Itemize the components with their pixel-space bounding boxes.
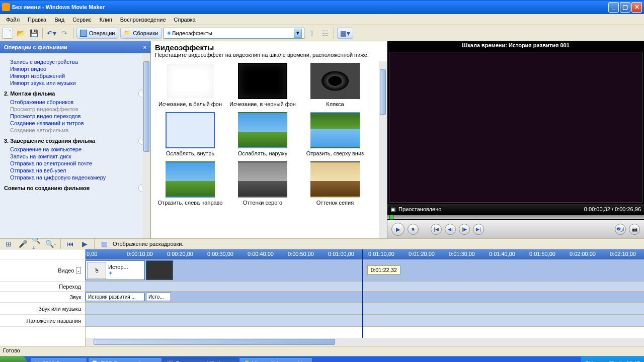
- video-track[interactable]: 🖱 Истор...✦ 0:01:22,32: [86, 259, 644, 282]
- zoom-in-icon[interactable]: 🔍+: [31, 238, 42, 249]
- taskbar-item[interactable]: 🔑Microsoft Access - Уч...: [239, 357, 312, 362]
- playhead[interactable]: [362, 249, 363, 346]
- music-track[interactable]: [86, 303, 644, 315]
- open-button[interactable]: 📂: [15, 28, 26, 39]
- transition-track[interactable]: [86, 282, 644, 292]
- task-save-cd[interactable]: Запись на компакт-диск: [2, 153, 148, 160]
- next-button[interactable]: ▶|: [473, 224, 484, 235]
- menu-play[interactable]: Воспроизведение: [117, 16, 169, 24]
- menu-tools[interactable]: Сервис: [69, 16, 95, 24]
- menu-edit[interactable]: Правка: [25, 16, 49, 24]
- taskbar-item[interactable]: 📄ПЭР Рычкова.docx - ...: [88, 357, 162, 362]
- storyboard-icon[interactable]: ▦: [99, 238, 110, 249]
- video-clip[interactable]: 🖱 Истор...✦: [86, 260, 145, 280]
- menu-file[interactable]: Файл: [3, 16, 23, 24]
- prev-button[interactable]: |◀: [431, 224, 442, 235]
- timeline: Видео - Переход Звук Звук или музыка Нал…: [0, 249, 644, 346]
- collections-button[interactable]: 📁Сборники: [120, 28, 162, 39]
- task-capture[interactable]: Запись с видеоустройства: [2, 58, 148, 65]
- menu-view[interactable]: Вид: [51, 16, 67, 24]
- task-h4[interactable]: Советы по созданию фильмовˇ: [2, 183, 148, 193]
- scrollbar[interactable]: [379, 61, 387, 238]
- play-timeline-icon[interactable]: ▶: [79, 238, 90, 249]
- task-save-pc[interactable]: Сохранение на компьютере: [2, 146, 148, 153]
- effect-item-selected[interactable]: Ослаблять, внутрь: [155, 112, 225, 156]
- task-send-email[interactable]: Отправка по электронной почте: [2, 160, 148, 167]
- close-icon[interactable]: ×: [143, 44, 146, 50]
- film-icon: ▣: [390, 206, 395, 213]
- save-button[interactable]: 💾: [28, 28, 39, 39]
- split-button[interactable]: �ار: [615, 224, 626, 235]
- snapshot-button[interactable]: 📷: [629, 224, 640, 235]
- task-show-collections[interactable]: Отображение сборников: [2, 99, 148, 106]
- task-send-dv[interactable]: Отправка на цифровую видеокамеру: [2, 174, 148, 181]
- effect-item[interactable]: Клякса: [300, 63, 370, 107]
- h-scrollbar[interactable]: [86, 338, 644, 346]
- task-h3[interactable]: 3. Завершение создания фильмаˆ: [2, 136, 148, 146]
- scrollbar[interactable]: [142, 53, 150, 238]
- redo-button[interactable]: ↷: [59, 28, 70, 39]
- effect-item[interactable]: Оттенки серого: [227, 161, 298, 206]
- maximize-button[interactable]: ▢: [620, 2, 630, 13]
- narrate-icon[interactable]: 🎤: [17, 238, 28, 249]
- zoom-out-icon[interactable]: 🔍-: [45, 238, 56, 249]
- title-track[interactable]: [86, 315, 644, 327]
- start-button[interactable]: пуск: [0, 356, 27, 362]
- stop-button[interactable]: ■: [408, 224, 419, 235]
- up-button[interactable]: ⇧: [306, 28, 317, 39]
- system-tray[interactable]: RU ‹ ⚙ 🛡 🖥 13:47: [581, 356, 644, 362]
- titlebar: Без имени - Windows Movie Maker _ ▢ ✕: [0, 0, 644, 14]
- task-view-transitions[interactable]: Просмотр видео переходов: [2, 113, 148, 120]
- effects-combo[interactable]: ✦ Видеоэффекты ▾: [164, 28, 304, 39]
- effect-item[interactable]: Отразить, слева направо: [155, 161, 225, 206]
- taskbar-item-active[interactable]: 🎬Без имени - Windows...: [163, 357, 238, 362]
- track-audio-label: Звук: [69, 294, 81, 300]
- center-subtitle: Перетащите видеоэффект на видеоклип на ш…: [151, 52, 387, 61]
- timeline-icon[interactable]: ⊞: [3, 238, 14, 249]
- seek-bar[interactable]: [387, 215, 644, 219]
- taskbar-item[interactable]: 📁2012 Гаврилова: [30, 357, 88, 362]
- preview-video: [389, 52, 642, 203]
- operations-button[interactable]: Операции: [76, 28, 118, 39]
- task-send-web[interactable]: Отправка на веб-узел: [2, 167, 148, 174]
- frame-fwd-button[interactable]: |▶: [459, 224, 470, 235]
- audio-track[interactable]: История развития ... Исто...: [86, 292, 644, 303]
- task-import-video[interactable]: Импорт видео: [2, 65, 148, 72]
- menubar: Файл Правка Вид Сервис Клип Воспроизведе…: [0, 14, 644, 25]
- audio-clip[interactable]: Исто...: [146, 293, 171, 301]
- frame-back-button[interactable]: ◀|: [445, 224, 456, 235]
- task-view-effects[interactable]: Просмотр видеоэффектов: [2, 106, 148, 113]
- undo-button[interactable]: ↶▾: [46, 28, 57, 39]
- view-button[interactable]: ▦▾: [337, 28, 353, 39]
- close-button[interactable]: ✕: [631, 2, 642, 13]
- task-import-audio[interactable]: Импорт звука или музыки: [2, 79, 148, 86]
- collapse-icon[interactable]: -: [76, 267, 81, 274]
- play-button[interactable]: ▶: [391, 223, 405, 236]
- time-ruler[interactable]: 0,00 0:00:10,00 0:00:20,00 0:00:30,00 0:…: [86, 249, 644, 259]
- effect-item[interactable]: Исчезание, в черный фон: [227, 63, 298, 107]
- tray-icon[interactable]: ⚙: [601, 360, 606, 363]
- task-titles[interactable]: Создание названий и титров: [2, 120, 148, 127]
- chevron-down-icon[interactable]: ▾: [294, 29, 302, 38]
- seek-thumb[interactable]: [389, 215, 393, 220]
- audio-clip[interactable]: История развития ...: [86, 293, 145, 301]
- star-icon: ✦: [166, 29, 172, 37]
- task-automovie[interactable]: Создание автофильма: [2, 127, 148, 134]
- effect-item[interactable]: Отразить, сверху вниз: [300, 112, 370, 156]
- menu-clip[interactable]: Клип: [97, 16, 115, 24]
- props-button[interactable]: ☷: [319, 28, 331, 39]
- tasks-header: Операции с фильмами×: [0, 41, 150, 53]
- track-transition-label: Переход: [59, 284, 81, 290]
- effect-item[interactable]: Ослаблять, наружу: [227, 112, 298, 156]
- video-clip[interactable]: [146, 260, 173, 280]
- storyboard-toggle[interactable]: Отображение раскадровки.: [113, 241, 183, 247]
- new-button[interactable]: 📄: [2, 28, 13, 39]
- center-title: Видеоэффекты: [151, 41, 387, 52]
- rewind-icon[interactable]: ⏮: [65, 238, 76, 249]
- effect-item[interactable]: Исчезание, в белый фон: [155, 63, 225, 107]
- effect-item[interactable]: Оттенок сепия: [300, 161, 370, 206]
- menu-help[interactable]: Справка: [171, 16, 199, 24]
- minimize-button[interactable]: _: [608, 2, 619, 13]
- task-h2[interactable]: 2. Монтаж фильмаˆ: [2, 88, 148, 99]
- task-import-images[interactable]: Импорт изображений: [2, 72, 148, 79]
